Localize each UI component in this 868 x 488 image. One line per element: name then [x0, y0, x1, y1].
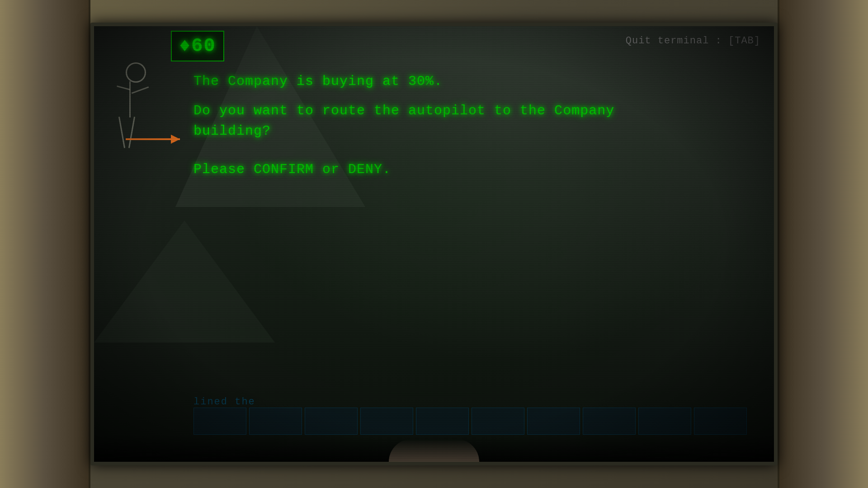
grid-cell-4 [360, 408, 413, 435]
grid-cell-9 [638, 408, 691, 435]
grid-cell-7 [527, 408, 580, 435]
monitor-screen: ♦60 Quit terminal : [TAB] The Company is… [90, 23, 778, 465]
hand-hint [389, 439, 479, 462]
arrow-head [171, 135, 180, 144]
grid-cell-8 [583, 408, 636, 435]
quit-hint-label: Quit terminal : [TAB] [626, 35, 760, 47]
right-border-decoration [778, 0, 868, 488]
player-torso [129, 81, 131, 117]
grid-cell-3 [305, 408, 358, 435]
score-value: ♦60 [179, 35, 216, 57]
quit-hint[interactable]: Quit terminal : [TAB] [626, 35, 760, 47]
grid-cell-5 [416, 408, 469, 435]
grid-cell-10 [694, 408, 747, 435]
terminal-line-question: Do you want to route the autopilot to th… [193, 101, 747, 121]
bg-mountain-2 [94, 207, 275, 343]
player-arm-right [132, 86, 149, 94]
grid-cell-1 [193, 408, 246, 435]
outer-frame: ♦60 Quit terminal : [TAB] The Company is… [0, 0, 868, 488]
terminal-line-confirm: Please CONFIRM or DENY. [193, 160, 747, 180]
player-leg-left [118, 117, 125, 148]
direction-arrow [126, 135, 180, 144]
score-display: ♦60 [171, 31, 224, 61]
terminal-text-area: The Company is buying at 30%. Do you wan… [193, 71, 747, 180]
player-head [126, 62, 146, 83]
terminal-line-question-cont: building? [193, 121, 747, 141]
left-border-decoration [0, 0, 90, 488]
player-arm-left [117, 85, 130, 90]
terminal-line-buying: The Company is buying at 30%. [193, 71, 747, 92]
grid-cell-6 [472, 408, 524, 435]
grid-cell-2 [249, 408, 302, 435]
